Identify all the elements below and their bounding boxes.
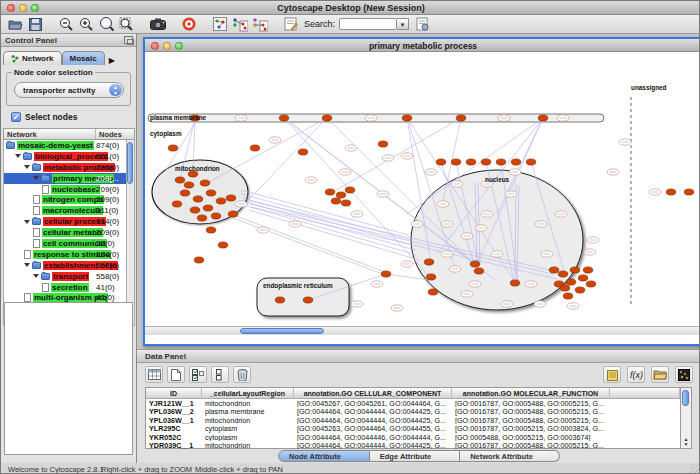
network-node-selected[interactable] [575,287,585,293]
save-icon[interactable] [27,16,44,32]
network-node-selected[interactable] [341,200,351,206]
select-nodes-checkbox[interactable]: ✓ [11,112,21,122]
network-node-selected[interactable] [436,159,446,165]
matrix-icon[interactable] [675,366,693,383]
network-node-selected[interactable] [228,211,238,217]
delete-attribute-icon[interactable] [233,366,251,383]
select-attributes-icon[interactable] [189,366,207,383]
tree-item-establishment-of-lo[interactable]: establishment of lo558(0) [4,260,126,271]
network-window-title-bar[interactable]: primary metabolic process [145,39,700,52]
network-node-selected[interactable] [560,285,570,291]
network-node-selected[interactable] [190,207,200,213]
network-node-selected[interactable] [303,297,313,303]
network-node-selected[interactable] [172,201,182,207]
network-node-selected[interactable] [526,159,536,165]
table-scroll-arrows[interactable]: ▲▼ [682,437,690,447]
tree-expand-icon[interactable] [33,274,39,278]
tree-item-transport[interactable]: transport558(0) [4,271,126,282]
search-dropdown-arrow-icon[interactable]: ▼ [397,18,409,30]
tree-item-cellular-metabo[interactable]: cellular metabo209(0) [4,227,126,238]
tree-item-response-to-stimulu[interactable]: response to stimulu264(0) [4,249,126,260]
open-folder-icon[interactable] [7,16,24,32]
network-node-selected[interactable] [570,267,580,273]
zoom-fit-icon[interactable] [98,16,115,32]
annotation-icon[interactable] [282,16,299,32]
network-node-selected[interactable] [511,159,521,165]
network-node-selected[interactable] [456,115,466,121]
tree-expand-icon[interactable] [24,220,30,224]
tree-scrollbar[interactable] [127,140,135,326]
network-node-selected[interactable] [428,289,438,295]
unselect-attributes-icon[interactable] [211,366,229,383]
new-attribute-icon[interactable] [167,366,185,383]
network-node-selected[interactable] [325,189,335,195]
network-edge[interactable] [333,118,461,192]
table-row[interactable]: YKR052Ccytoplasm[GO:0044464, GO:0044446,… [146,433,680,441]
network-node-selected[interactable] [426,274,436,280]
network-node-selected[interactable] [466,159,476,165]
table-row[interactable]: YJR121W__1mitochondrion[GO:0045267, GO:0… [146,399,680,407]
column-header[interactable]: annotation.GO CELLULAR_COMPONENT [294,388,452,398]
network-canvas[interactable]: plasma membranecytoplasmmitochondrionnuc… [145,52,700,335]
main-title-bar[interactable]: Cytoscape Desktop (New Session) [1,1,700,15]
compartment-nucleus[interactable] [411,170,583,310]
tree-expand-icon[interactable] [33,176,39,180]
network-node-selected[interactable] [180,190,190,196]
network-node-selected[interactable] [481,159,491,165]
search-input[interactable] [339,18,397,30]
canvas-scrollbar-thumb[interactable] [240,328,324,334]
layout-nodes-icon[interactable] [231,16,248,32]
canvas-horizontal-scrollbar[interactable] [145,326,700,335]
tree-expand-icon[interactable] [24,263,30,267]
tree-item-cellular-process[interactable]: cellular process614(0) [4,216,126,227]
network-node-selected[interactable] [206,190,216,196]
network-edge[interactable] [243,198,413,245]
column-header[interactable] [610,388,680,398]
tree-item-nitrogen-compo[interactable]: nitrogen compo209(0) [4,194,126,205]
tab-node-attribute-browser[interactable]: Node Attribute Browser [278,450,370,462]
tree-item-secretion[interactable]: secretion41(0) [4,282,126,293]
resize-grip[interactable] [690,464,700,474]
column-network[interactable]: Network [4,129,96,139]
network-node-selected[interactable] [175,177,185,183]
column-header[interactable]: ID [146,388,202,398]
birds-eye-view[interactable] [4,302,133,455]
attribute-table-icon[interactable] [145,366,163,383]
function-builder-icon[interactable]: f(x) [627,366,645,383]
snapshot-camera-icon[interactable] [149,16,166,32]
network-edge[interactable] [245,202,415,250]
tree-item-biological-process[interactable]: biological_process651(0) [4,151,126,162]
network-node-selected[interactable] [168,145,178,151]
network-node-selected[interactable] [193,196,203,202]
network-node-selected[interactable] [666,189,676,195]
tree-item-primary-metabo[interactable]: primary metabo209(... [4,173,126,184]
help-lifesaver-icon[interactable] [180,16,197,32]
column-header[interactable]: annotation.GO MOLECULAR_FUNCTION [452,388,610,398]
network-node-selected[interactable] [583,267,593,273]
tree-scrollbar-thumb[interactable] [127,142,133,184]
float-panel-icon[interactable] [124,36,133,44]
network-node-selected[interactable] [684,189,694,195]
network-graph[interactable]: plasma membranecytoplasmmitochondrionnuc… [145,52,700,326]
table-scrollbar-thumb[interactable] [682,390,689,406]
network-node-selected[interactable] [566,279,576,285]
network-node-selected[interactable] [200,180,210,186]
network-node-selected[interactable] [322,115,332,121]
network-node-selected[interactable] [496,159,506,165]
network-node-selected[interactable] [206,227,216,233]
more-tabs-arrow-icon[interactable]: ▶ [109,56,115,65]
network-node-selected[interactable] [451,159,461,165]
tree-expand-icon[interactable] [24,165,30,169]
layout-edges-icon[interactable] [251,16,268,32]
table-row[interactable]: YPL036W__1mitochondrion[GO:0044464, GO:0… [146,416,680,424]
network-node-selected[interactable] [578,275,588,281]
zoom-in-icon[interactable] [78,16,95,32]
network-node-selected[interactable] [216,198,226,204]
zoom-selected-icon[interactable] [118,16,135,32]
tree-item-macromolecule[interactable]: macromolecule311(0) [4,205,126,216]
table-row[interactable]: YDR039C__1mitochondrion[GO:0044464, GO:0… [146,441,680,449]
network-node-selected[interactable] [275,297,285,303]
network-edge[interactable] [237,118,327,212]
network-overview-icon[interactable] [211,16,228,32]
network-edge[interactable] [241,194,411,240]
